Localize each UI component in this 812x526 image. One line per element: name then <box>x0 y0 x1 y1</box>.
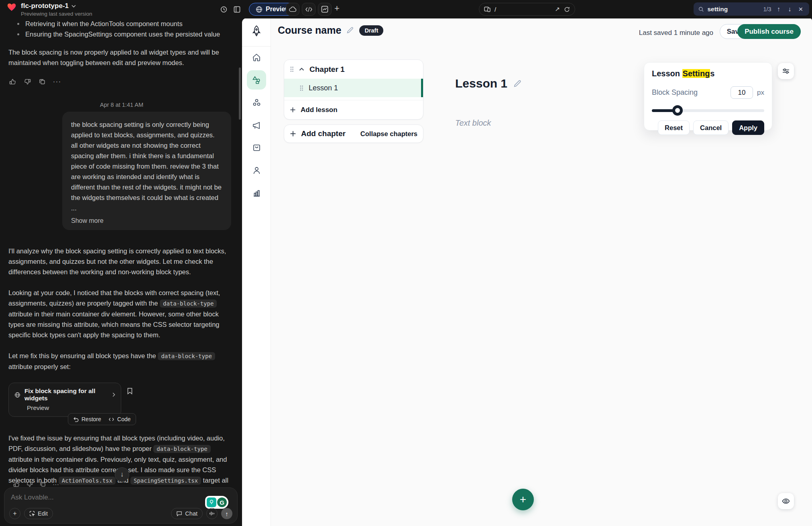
person-icon <box>252 166 261 175</box>
add-chapter-bar: Add chapter Collapse chapters <box>284 124 423 143</box>
home-icon <box>252 53 261 62</box>
chat-scrollbar[interactable] <box>239 67 241 120</box>
scroll-to-bottom-button[interactable]: ↓ <box>115 467 129 482</box>
plus-icon <box>290 107 296 113</box>
thumbs-down-icon[interactable] <box>23 77 31 86</box>
circles-cluster-icon <box>252 98 261 107</box>
lesson-row-selected[interactable]: Lesson 1 <box>284 79 423 97</box>
analytics-button[interactable] <box>318 3 332 16</box>
open-external-icon[interactable]: ↗ <box>555 6 560 13</box>
block-spacing-slider[interactable] <box>652 105 764 116</box>
url-path: / <box>495 6 551 13</box>
edit-pencil-icon[interactable] <box>513 80 522 88</box>
sidebar-item-people[interactable] <box>247 161 266 180</box>
add-tab-button[interactable]: + <box>334 3 340 14</box>
waveform-icon <box>209 511 215 516</box>
project-status: Previewing last saved version <box>21 11 92 17</box>
chat-mode-button[interactable]: Chat <box>171 508 203 519</box>
bookmark-icon[interactable] <box>127 387 133 395</box>
shopping-bag-icon <box>252 143 261 152</box>
assistant-bullet-list: Retrieving it when the ActionTools compo… <box>8 18 231 39</box>
chevron-right-icon <box>112 392 115 397</box>
more-options-icon[interactable]: ··· <box>53 77 61 86</box>
sidebar-item-content-builder[interactable] <box>247 70 266 90</box>
chat-input[interactable] <box>11 493 163 502</box>
code-button-small[interactable]: Code <box>108 416 130 422</box>
copy-icon[interactable] <box>38 77 46 86</box>
select-edit-icon <box>29 511 35 516</box>
course-title: Course name <box>278 24 341 36</box>
topbar: flc-prototype-1 Previewing last saved ve… <box>0 0 812 18</box>
grammarly-g-icon: G <box>217 497 227 507</box>
assistant-paragraph: The block spacing is now properly applie… <box>8 47 231 68</box>
voice-input-button[interactable] <box>206 508 218 519</box>
project-menu[interactable]: flc-prototype-1 Previewing last saved ve… <box>6 2 92 17</box>
drag-handle-icon[interactable] <box>290 66 294 72</box>
globe-icon <box>256 6 263 13</box>
settings-toggle-button[interactable] <box>778 63 794 79</box>
chevron-up-icon[interactable] <box>299 67 304 71</box>
slider-thumb[interactable] <box>672 105 683 116</box>
grammarly-bulb-icon <box>207 497 216 507</box>
edit-mode-button[interactable]: Edit <box>24 508 53 519</box>
chapter-card: Chapter 1 Lesson 1 Add lesson <box>284 59 423 120</box>
send-button[interactable]: ↑ <box>221 508 232 519</box>
lesson-title: Lesson 1 <box>309 84 338 92</box>
lesson-settings-title: Lesson Settings <box>652 69 764 78</box>
sidebar-item-analytics[interactable] <box>247 183 266 202</box>
refresh-icon[interactable] <box>564 6 570 12</box>
publish-course-button[interactable]: Publish course <box>737 24 801 39</box>
device-toggle-icon <box>484 6 490 12</box>
preview-url-bar[interactable]: / ↗ <box>479 3 575 16</box>
reset-button[interactable]: Reset <box>658 120 690 135</box>
assistant-paragraph: Looking at your code, I noticed that the… <box>8 287 231 340</box>
add-chapter-button[interactable]: Add chapter <box>301 129 346 138</box>
edit-pencil-icon[interactable] <box>346 27 354 34</box>
grammarly-badge[interactable]: G <box>205 496 228 509</box>
user-message-text: the block spacing setting is only correc… <box>71 119 222 213</box>
search-input[interactable] <box>707 6 759 13</box>
drag-handle-icon[interactable] <box>299 85 303 91</box>
line-chart-icon <box>321 6 328 13</box>
collapse-chapters-button[interactable]: Collapse chapters <box>360 130 417 138</box>
version-card-title: Fix block spacing for all widgets <box>24 387 108 402</box>
code-button[interactable] <box>302 3 315 16</box>
sidebar-item-home[interactable] <box>247 48 266 67</box>
panel-layout-icon[interactable] <box>232 4 242 14</box>
plus-icon <box>290 130 296 137</box>
app-preview: Course name Draft Last saved 1 minute ag… <box>242 18 812 526</box>
chat-input-card: G + Edit Chat ↑ <box>4 487 238 524</box>
preview-eye-button[interactable] <box>778 493 794 509</box>
search-highlight: Setting <box>682 69 710 78</box>
thumbs-up-icon[interactable] <box>8 77 16 86</box>
find-bar: 1/3 ↑ ↓ × <box>694 2 809 16</box>
version-card[interactable]: Fix block spacing for all widgets Previe… <box>8 383 121 417</box>
chapter-row[interactable]: Chapter 1 <box>284 60 423 79</box>
cancel-button[interactable]: Cancel <box>693 120 729 135</box>
message-timestamp: Apr 8 at 1:41 AM <box>100 102 231 108</box>
block-spacing-label: Block Spacing <box>652 88 698 97</box>
cloud-button[interactable] <box>286 3 299 16</box>
sidebar-item-marketing[interactable] <box>247 116 266 135</box>
restore-button[interactable]: Restore <box>73 416 101 422</box>
rocket-logo-icon[interactable] <box>251 25 262 37</box>
search-close-button[interactable]: × <box>797 5 804 14</box>
text-block-placeholder[interactable]: Text block <box>455 118 491 128</box>
attach-button[interactable]: + <box>9 508 20 519</box>
selected-accent-bar <box>421 79 423 97</box>
apply-button[interactable]: Apply <box>732 120 764 135</box>
search-prev-button[interactable]: ↑ <box>775 6 782 13</box>
globe-icon <box>14 391 20 398</box>
sidebar-item-store[interactable] <box>247 138 266 157</box>
add-lesson-button[interactable]: Add lesson <box>284 100 423 119</box>
search-next-button[interactable]: ↓ <box>786 6 793 13</box>
chevron-down-icon <box>71 4 76 8</box>
block-spacing-input[interactable] <box>731 86 753 99</box>
add-block-fab[interactable]: + <box>512 489 534 510</box>
history-icon[interactable] <box>218 4 229 14</box>
version-card-subtitle: Preview <box>27 404 115 412</box>
sidebar-item-community[interactable] <box>247 93 266 112</box>
user-message-bubble: the block spacing setting is only correc… <box>62 112 231 230</box>
app-nav-rail <box>242 18 271 526</box>
show-more-link[interactable]: Show more <box>71 217 104 224</box>
